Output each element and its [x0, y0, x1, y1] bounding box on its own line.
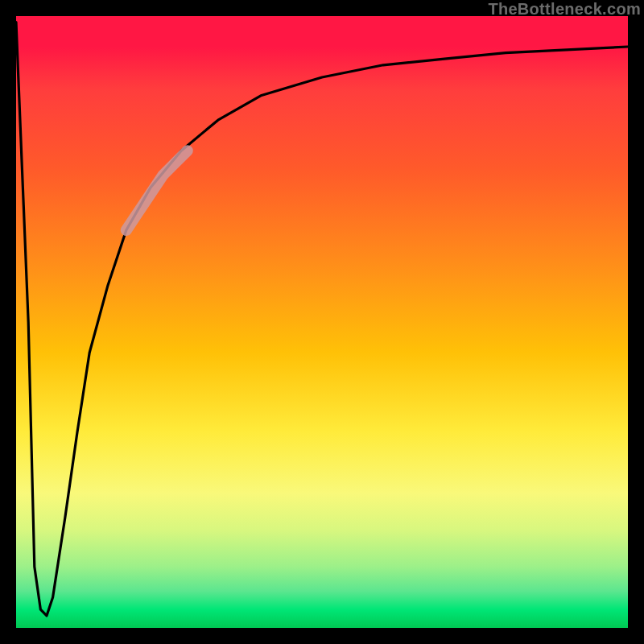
highlight-band [126, 151, 188, 230]
chart-frame: TheBottleneck.com [0, 0, 644, 644]
curve-svg [16, 16, 628, 628]
watermark-text: TheBottleneck.com [488, 0, 641, 19]
main-curve [16, 23, 628, 616]
